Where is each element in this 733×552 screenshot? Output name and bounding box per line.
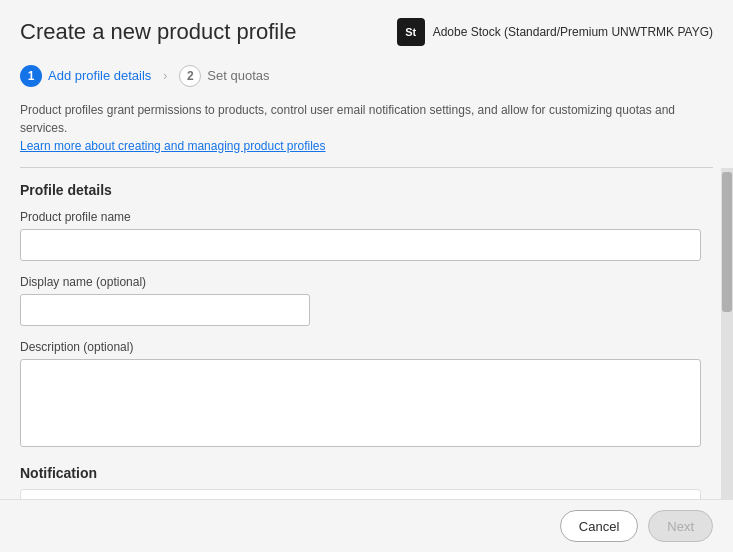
product-icon: St (397, 18, 425, 46)
display-name-group: Display name (optional) (20, 275, 701, 326)
step-1[interactable]: 1 Add profile details (20, 65, 151, 87)
cancel-button[interactable]: Cancel (560, 510, 638, 542)
step-2-label: Set quotas (207, 68, 269, 83)
notification-title: Notification (20, 465, 701, 481)
next-button[interactable]: Next (648, 510, 713, 542)
step-arrow: › (163, 69, 167, 83)
form-area: Profile details Product profile name Dis… (0, 168, 721, 499)
scrollbar[interactable] (721, 168, 733, 499)
product-name: Adobe Stock (Standard/Premium UNWTRMK PA… (433, 25, 713, 39)
description-group: Description (optional) (20, 340, 701, 451)
info-section: Product profiles grant permissions to pr… (0, 97, 733, 163)
product-profile-name-group: Product profile name (20, 210, 701, 261)
step-1-circle: 1 (20, 65, 42, 87)
page-container: Create a new product profile St Adobe St… (0, 0, 733, 552)
product-badge: St Adobe Stock (Standard/Premium UNWTRMK… (397, 18, 713, 46)
page-title: Create a new product profile (20, 18, 296, 47)
footer: Cancel Next (0, 499, 733, 552)
description-input[interactable] (20, 359, 701, 447)
step-2-circle: 2 (179, 65, 201, 87)
description-label: Description (optional) (20, 340, 701, 354)
step-1-label: Add profile details (48, 68, 151, 83)
profile-details-title: Profile details (20, 182, 701, 198)
learn-more-link[interactable]: Learn more about creating and managing p… (20, 139, 326, 153)
header: Create a new product profile St Adobe St… (0, 0, 733, 59)
step-2[interactable]: 2 Set quotas (179, 65, 269, 87)
steps-bar: 1 Add profile details › 2 Set quotas (0, 59, 733, 97)
display-name-label: Display name (optional) (20, 275, 701, 289)
main-content: Profile details Product profile name Dis… (0, 168, 733, 499)
scrollbar-thumb[interactable] (722, 172, 732, 312)
notification-section: Notification Notify users by email ⌄ (20, 465, 701, 499)
product-profile-name-label: Product profile name (20, 210, 701, 224)
product-profile-name-input[interactable] (20, 229, 701, 261)
notification-row: Notify users by email ⌄ (20, 489, 701, 499)
info-description: Product profiles grant permissions to pr… (20, 103, 675, 135)
display-name-input[interactable] (20, 294, 310, 326)
